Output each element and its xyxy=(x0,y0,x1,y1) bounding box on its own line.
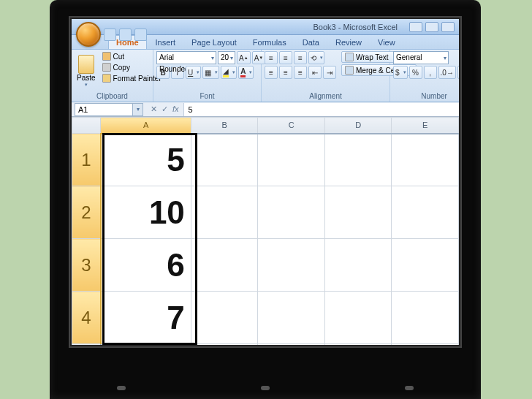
close-button[interactable] xyxy=(441,22,455,32)
cell-a5[interactable] xyxy=(101,344,191,346)
maximize-button[interactable] xyxy=(425,22,438,32)
cell-b3[interactable] xyxy=(191,239,258,292)
decrease-decimal-button[interactable]: .0← xyxy=(457,66,460,79)
underline-button[interactable]: U xyxy=(186,66,201,79)
cell-e5[interactable] xyxy=(392,344,459,346)
border-button[interactable]: ▦ xyxy=(202,66,219,79)
align-middle-button[interactable]: ≡ xyxy=(279,51,292,64)
align-bottom-button[interactable]: ≡ xyxy=(294,51,307,64)
name-box-dropdown[interactable]: ▾ xyxy=(132,104,142,115)
fill-color-button[interactable]: ◢ xyxy=(221,66,237,79)
accounting-format-button[interactable]: $ xyxy=(393,66,408,79)
decrease-indent-button[interactable]: ⇤ xyxy=(308,66,322,79)
col-header-c[interactable]: C xyxy=(258,118,325,134)
comma-format-button[interactable]: , xyxy=(424,66,437,79)
select-all-corner[interactable] xyxy=(72,118,101,134)
qat-undo-button[interactable] xyxy=(119,28,132,41)
row-header-4[interactable]: 4 xyxy=(72,292,101,344)
quick-access-toolbar xyxy=(76,22,147,47)
cell-a4[interactable]: 7 xyxy=(101,292,191,344)
cell-b1[interactable] xyxy=(191,134,258,186)
cell-b4[interactable] xyxy=(191,292,258,344)
cell-d2[interactable] xyxy=(324,186,392,239)
cell-a3[interactable]: 6 xyxy=(101,239,191,292)
align-center-button[interactable]: ≡ xyxy=(279,66,292,79)
wrap-text-icon xyxy=(345,53,354,61)
cell-d3[interactable] xyxy=(324,239,392,292)
row-header-2[interactable]: 2 xyxy=(72,186,101,239)
worksheet[interactable]: A B C D E 1 5 2 10 xyxy=(72,117,459,345)
cancel-formula-icon[interactable]: ✕ xyxy=(151,104,157,114)
office-button[interactable] xyxy=(76,22,101,47)
number-format-combo[interactable]: General xyxy=(393,51,449,64)
group-number: General $ % , .0→ .0← Number xyxy=(390,50,460,102)
tab-view[interactable]: View xyxy=(370,36,403,49)
qat-redo-button[interactable] xyxy=(134,28,147,41)
orientation-button[interactable]: ⟲ xyxy=(308,51,324,64)
qat-save-button[interactable] xyxy=(104,28,116,41)
col-header-b[interactable]: B xyxy=(191,118,258,134)
percent-format-button[interactable]: % xyxy=(409,66,422,79)
font-size-combo[interactable]: 20 xyxy=(218,51,235,64)
align-top-button[interactable]: ≡ xyxy=(265,51,278,64)
cut-label: Cut xyxy=(113,53,125,61)
formula-bar: A1 ▾ ✕ ✓ fx 5 xyxy=(72,102,459,117)
group-clipboard: Paste ▾ Cut Copy xyxy=(72,50,153,102)
col-header-e[interactable]: E xyxy=(392,118,459,134)
col-header-a[interactable]: A xyxy=(101,118,191,134)
group-font: Arial Rounded M 20 A▲ A▼ B I U ▦ ◢ A xyxy=(153,50,262,102)
cell-b2[interactable] xyxy=(191,186,258,239)
laptop-hinges xyxy=(50,386,481,390)
cell-c5[interactable] xyxy=(258,344,325,346)
font-name-combo[interactable]: Arial Rounded M xyxy=(156,51,216,64)
tab-review[interactable]: Review xyxy=(328,36,369,49)
align-left-button[interactable]: ≡ xyxy=(265,66,278,79)
paste-button[interactable]: Paste ▾ xyxy=(75,51,98,91)
font-color-button[interactable]: A xyxy=(238,66,254,79)
cell-e1[interactable] xyxy=(392,134,459,186)
cell-d5[interactable] xyxy=(324,344,392,346)
cell-d4[interactable] xyxy=(324,292,392,344)
group-label-clipboard: Clipboard xyxy=(75,91,150,102)
paste-label: Paste xyxy=(77,74,96,82)
enter-formula-icon[interactable]: ✓ xyxy=(162,104,168,114)
row-header-5[interactable] xyxy=(72,344,101,346)
formula-input[interactable]: 5 xyxy=(183,103,459,116)
copy-label: Copy xyxy=(113,64,130,72)
name-box[interactable]: A1 ▾ xyxy=(75,103,143,116)
cell-e3[interactable] xyxy=(392,239,459,292)
scissors-icon xyxy=(102,52,111,61)
tab-data[interactable]: Data xyxy=(295,36,327,49)
minimize-button[interactable] xyxy=(409,22,422,32)
cell-c4[interactable] xyxy=(258,292,325,344)
grow-font-button[interactable]: A▲ xyxy=(237,51,251,64)
copy-icon xyxy=(102,63,111,72)
increase-decimal-button[interactable]: .0→ xyxy=(438,66,456,79)
group-label-font: Font xyxy=(156,91,258,102)
cell-b5[interactable] xyxy=(191,344,258,346)
row-header-1[interactable]: 1 xyxy=(72,134,101,186)
laptop-frame: Book3 - Microsoft Excel Home Insert Page… xyxy=(50,0,481,399)
cell-a2[interactable]: 10 xyxy=(101,186,191,239)
cell-c1[interactable] xyxy=(258,134,325,186)
border-icon: ▦ xyxy=(205,69,211,77)
cell-c3[interactable] xyxy=(258,239,325,292)
group-label-alignment: Alignment xyxy=(265,91,387,102)
cell-d1[interactable] xyxy=(324,134,392,186)
screen: Book3 - Microsoft Excel Home Insert Page… xyxy=(70,18,460,346)
align-right-button[interactable]: ≡ xyxy=(294,66,307,79)
col-header-d[interactable]: D xyxy=(324,118,392,134)
fx-icon[interactable]: fx xyxy=(172,104,179,114)
cell-e4[interactable] xyxy=(392,292,459,344)
cell-a1[interactable]: 5 xyxy=(101,134,191,186)
increase-indent-button[interactable]: ⇥ xyxy=(323,66,336,79)
tab-formulas[interactable]: Formulas xyxy=(246,36,294,49)
brush-icon xyxy=(102,74,111,83)
tab-page-layout[interactable]: Page Layout xyxy=(184,36,244,49)
paste-icon xyxy=(78,55,94,74)
row-header-3[interactable]: 3 xyxy=(72,239,101,292)
tab-insert[interactable]: Insert xyxy=(148,36,183,49)
group-label-number: Number xyxy=(393,91,460,102)
cell-c2[interactable] xyxy=(258,186,325,239)
cell-e2[interactable] xyxy=(392,186,459,239)
